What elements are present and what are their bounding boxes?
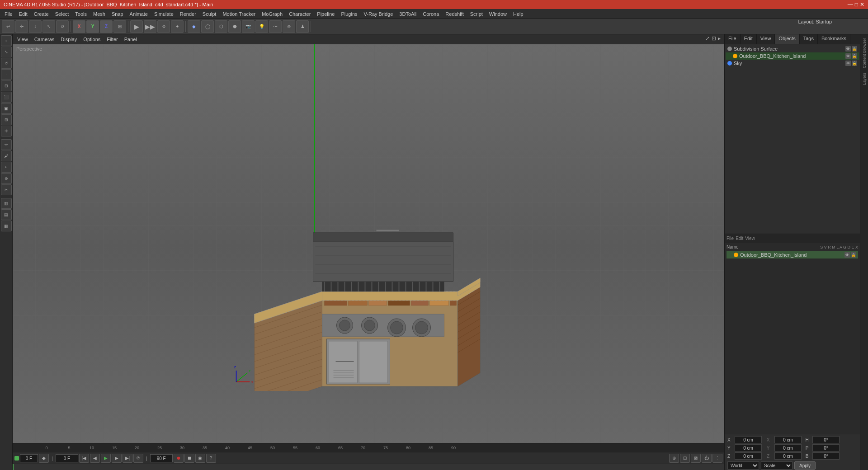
menu-snap[interactable]: Snap bbox=[109, 10, 126, 18]
camera-btn[interactable]: 📷 bbox=[242, 20, 255, 33]
menu-animate[interactable]: Animate bbox=[127, 10, 151, 18]
viewport[interactable]: View Cameras Display Options Filter Pane… bbox=[13, 34, 724, 443]
scale-tool[interactable]: ⤡ bbox=[1, 47, 12, 57]
menu-render[interactable]: Render bbox=[177, 10, 199, 18]
viewport-menu-filter[interactable]: Filter bbox=[104, 36, 120, 43]
mograph-btn[interactable]: ⊛ bbox=[283, 20, 295, 33]
timeline-bar[interactable] bbox=[13, 464, 724, 470]
start-frame-display[interactable]: 0 F bbox=[56, 454, 78, 462]
move-btn[interactable]: ↕ bbox=[29, 20, 42, 33]
next-frame-btn[interactable]: ▶ bbox=[112, 454, 122, 463]
keyframe-btn[interactable]: ◆ bbox=[39, 454, 49, 463]
prop-icon-lock[interactable]: 🔒 bbox=[851, 252, 856, 258]
obj-item-2[interactable]: Sky👁🔒 bbox=[726, 60, 859, 67]
prop-edit[interactable]: Edit bbox=[736, 236, 743, 241]
magnet-tool[interactable]: ⊕ bbox=[1, 173, 12, 184]
nurbs-btn[interactable]: ⬡ bbox=[215, 20, 227, 33]
edges-tool[interactable]: ⊟ bbox=[1, 80, 12, 91]
menu-3dtoall[interactable]: 3DToAll bbox=[396, 10, 419, 18]
points-tool[interactable]: · bbox=[1, 69, 12, 80]
coord-x-pos[interactable] bbox=[735, 436, 762, 443]
apply-button[interactable]: Apply bbox=[794, 461, 816, 470]
prop-file[interactable]: File bbox=[726, 236, 734, 241]
current-frame-display[interactable]: 0 F bbox=[20, 454, 38, 462]
viewport-menu-options[interactable]: Options bbox=[80, 36, 103, 43]
help-btn[interactable]: ? bbox=[206, 454, 216, 463]
move-tool[interactable]: ↕ bbox=[1, 35, 12, 46]
pen-tool[interactable]: ✏ bbox=[1, 139, 12, 150]
coord-mode-select[interactable]: Scale bbox=[761, 461, 793, 470]
obj-item-0[interactable]: Subdivision Surface👁🔒 bbox=[726, 45, 859, 52]
menu-plugins[interactable]: Plugins bbox=[338, 10, 360, 18]
z-axis-btn[interactable]: Z bbox=[100, 20, 113, 33]
layer1-tool[interactable]: ▥ bbox=[1, 198, 12, 209]
menu-select[interactable]: Select bbox=[52, 10, 72, 18]
knife-tool[interactable]: ✂ bbox=[1, 184, 12, 195]
viewport-menu-cameras[interactable]: Cameras bbox=[32, 36, 57, 43]
deformer-btn[interactable]: ⬣ bbox=[228, 20, 241, 33]
viewport-menu-display[interactable]: Display bbox=[58, 36, 80, 43]
objects-tab-view[interactable]: View bbox=[757, 34, 775, 44]
more-tl-btn[interactable]: ⋮ bbox=[712, 454, 722, 463]
coord-x-size[interactable] bbox=[774, 436, 802, 443]
menu-redshift[interactable]: Redshift bbox=[443, 10, 466, 18]
objects-tab-objects[interactable]: Objects bbox=[775, 34, 799, 44]
menu-motion-tracker[interactable]: Motion Tracker bbox=[220, 10, 258, 18]
go-end-btn[interactable]: ▶| bbox=[123, 454, 132, 463]
menu-character[interactable]: Character bbox=[286, 10, 313, 18]
viewport-menu-panel[interactable]: Panel bbox=[122, 36, 140, 43]
undo-btn[interactable]: ↩ bbox=[2, 20, 14, 33]
abs-btn[interactable]: ⊡ bbox=[680, 454, 690, 463]
menu-mograph[interactable]: MoGraph bbox=[259, 10, 285, 18]
coord-b-val[interactable] bbox=[812, 452, 840, 460]
auto-key-btn[interactable]: ⏹ bbox=[184, 454, 194, 463]
coord-p-val[interactable] bbox=[812, 444, 840, 451]
objects-tab-bookmarks[interactable]: Bookmarks bbox=[818, 34, 850, 44]
menu-window[interactable]: Window bbox=[486, 10, 509, 18]
menu-v-ray-bridge[interactable]: V-Ray Bridge bbox=[361, 10, 396, 18]
menu-file[interactable]: File bbox=[2, 10, 15, 18]
character-btn[interactable]: ♟ bbox=[296, 20, 309, 33]
motion-path-btn[interactable]: ⊕ bbox=[669, 454, 679, 463]
layer3-tool[interactable]: ▦ bbox=[1, 221, 12, 231]
objects-tab-file[interactable]: File bbox=[725, 34, 741, 44]
brush-tool[interactable]: 🖌 bbox=[1, 150, 12, 161]
play-btn[interactable]: ▶ bbox=[101, 454, 111, 463]
menu-simulate[interactable]: Simulate bbox=[151, 10, 176, 18]
power-btn[interactable]: ⏻ bbox=[702, 454, 712, 463]
prop-item-outdoor-bbq[interactable]: Outdoor_BBQ_Kitchen_Island 👁 🔒 bbox=[726, 251, 858, 258]
coord-y-pos[interactable] bbox=[735, 444, 762, 451]
model-tool[interactable]: ▣ bbox=[1, 103, 12, 114]
prop-icon-eye[interactable]: 👁 bbox=[844, 252, 850, 258]
x-axis-btn[interactable]: X bbox=[73, 20, 85, 33]
layer2-tool[interactable]: ▤ bbox=[1, 209, 12, 220]
menu-tools[interactable]: Tools bbox=[72, 10, 90, 18]
record-btn[interactable]: ⏺ bbox=[174, 454, 184, 463]
menu-edit[interactable]: Edit bbox=[16, 10, 30, 18]
menu-corona[interactable]: Corona bbox=[420, 10, 442, 18]
layers-tab[interactable]: Layers bbox=[861, 71, 868, 87]
go-start-btn[interactable]: |◀ bbox=[79, 454, 89, 463]
smooth-tool[interactable]: ≈ bbox=[1, 162, 12, 173]
maximize-btn[interactable]: □ bbox=[855, 1, 858, 8]
light-btn[interactable]: 💡 bbox=[255, 20, 268, 33]
menu-create[interactable]: Create bbox=[31, 10, 52, 18]
rotate-btn[interactable]: ↺ bbox=[56, 20, 69, 33]
live-selection-btn[interactable]: ✛ bbox=[15, 20, 28, 33]
key-all-btn[interactable]: ◉ bbox=[195, 454, 205, 463]
polygons-tool[interactable]: ⬛ bbox=[1, 92, 12, 103]
end-frame-display[interactable]: 90 F bbox=[150, 454, 173, 462]
menu-sculpt[interactable]: Sculpt bbox=[200, 10, 219, 18]
menu-pipeline[interactable]: Pipeline bbox=[314, 10, 337, 18]
sphere-btn[interactable]: ◯ bbox=[201, 20, 214, 33]
coord-h-val[interactable] bbox=[812, 436, 840, 443]
prev-frame-btn[interactable]: ◀ bbox=[90, 454, 100, 463]
viewport-icon-settings[interactable]: ⊡ bbox=[712, 35, 716, 42]
viewport-menu-view[interactable]: View bbox=[14, 36, 31, 43]
scale-btn[interactable]: ⤡ bbox=[42, 20, 55, 33]
content-browser-tab[interactable]: Content Browser bbox=[861, 36, 868, 70]
coord-y-size[interactable] bbox=[774, 444, 802, 451]
menu-help[interactable]: Help bbox=[510, 10, 526, 18]
render-settings-btn[interactable]: ⚙ bbox=[157, 20, 170, 33]
coord-system-select[interactable]: World bbox=[727, 461, 759, 470]
